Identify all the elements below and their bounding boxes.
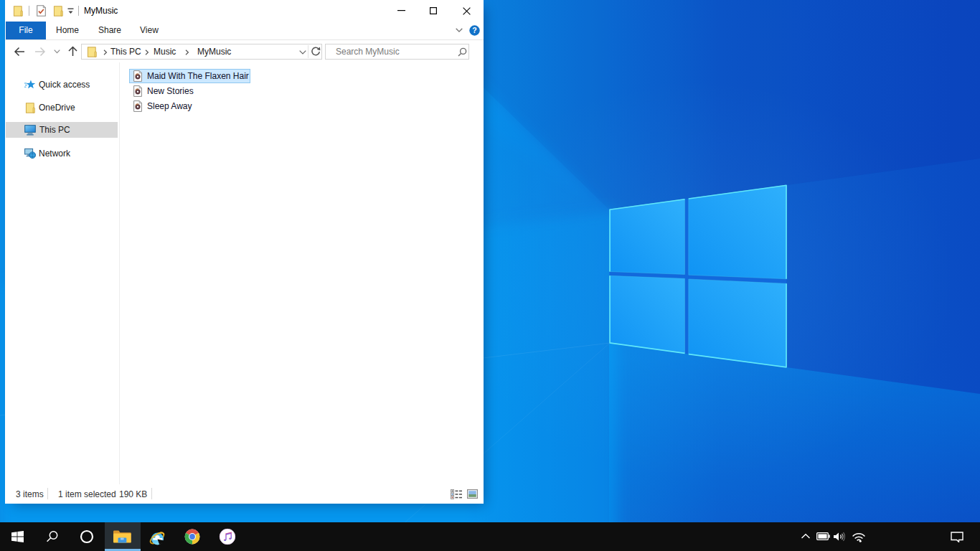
svg-text:?: ? (472, 26, 476, 34)
